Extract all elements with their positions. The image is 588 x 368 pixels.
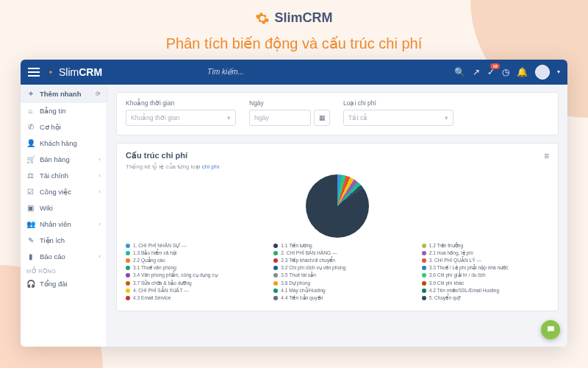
svg-point-0 <box>49 71 52 74</box>
pie-chart <box>306 174 369 238</box>
legend-item: 3.9 Chi phí khác <box>422 280 549 287</box>
legend-item: 4.2 Tên miền/SSL/Email Hosting <box>422 287 549 294</box>
app-brand: SlimCRM <box>46 66 102 78</box>
date-range-select[interactable]: Khoảng thời gian▾ <box>126 110 236 126</box>
sidebar-item[interactable]: ☑Công việc‹ <box>21 184 107 200</box>
sidebar-icon: ⌂ <box>26 107 35 115</box>
sidebar: ＋Thêm nhanh⟳⌂Bảng tin✆Cơ hội👤Khách hàng🛒… <box>21 85 107 347</box>
sidebar-item[interactable]: ＋Thêm nhanh⟳ <box>21 85 107 103</box>
avatar[interactable] <box>535 65 550 79</box>
legend-item: 3.2 Chi phí dịch vụ văn phòng <box>273 264 401 272</box>
sidebar-icon: 🎧 <box>26 280 35 288</box>
sidebar-icon: 🛒 <box>26 155 35 163</box>
sidebar-item-label: Tiện ích <box>40 236 65 244</box>
sidebar-item[interactable]: 👤Khách hàng <box>21 135 107 152</box>
sidebar-icon: 👤 <box>26 139 35 147</box>
legend-item: 3.7 Sửa chữa & bảo dưỡng <box>126 280 253 287</box>
sidebar-item[interactable]: ▣Wiki <box>21 200 107 216</box>
legend-item: 5. Chuyển quỹ <box>422 294 549 302</box>
chevron-icon: ‹ <box>98 156 101 163</box>
sidebar-item-label: Tổng đài <box>40 280 68 288</box>
gear-icon <box>46 67 56 77</box>
sidebar-item[interactable]: ▮Báo cáo‹ <box>21 249 107 265</box>
page-subtitle: Phân tích biến động và cấu trúc chi phí <box>0 35 588 52</box>
sidebar-icon: ▮ <box>26 252 35 261</box>
share-icon[interactable]: ↗ <box>473 67 480 77</box>
sidebar-item[interactable]: ⚖Tài chính‹ <box>21 168 107 184</box>
legend-item: 1.2 Tiền thưởng <box>422 242 549 250</box>
filter-label: Ngày <box>249 99 330 107</box>
search-icon[interactable]: 🔍 <box>454 67 465 77</box>
legend-item: 4. CHI PHÍ SẢN XUẤT --- <box>126 287 253 294</box>
calendar-icon[interactable]: ▦ <box>314 110 330 126</box>
search-placeholder[interactable]: Tìm kiếm... <box>207 68 244 76</box>
sidebar-icon: ＋ <box>26 88 35 99</box>
sidebar-item[interactable]: ✎Tiện ích <box>21 233 107 249</box>
gear-icon <box>255 11 270 26</box>
legend-item: 3.3 Thuế / Lệ phí phải nộp nhà nước <box>422 264 549 272</box>
sidebar-item-label: Nhân viên <box>40 220 71 228</box>
legend-item: 3. CHI PHÍ QUẢN LÝ --- <box>422 257 549 264</box>
sidebar-item-label: Tài chính <box>40 171 68 180</box>
chat-fab[interactable] <box>541 320 560 339</box>
chevron-icon: ‹ <box>98 188 101 195</box>
chart-legend: 1. CHI PHÍ NHÂN SỰ ---1.3 Bảo hiểm xã hộ… <box>126 242 549 302</box>
legend-item: 1.1 Tiền lương <box>273 242 401 250</box>
chevron-icon: ‹ <box>98 221 101 227</box>
chart-title: Cấu trúc chi phí <box>126 151 187 160</box>
sidebar-item-label: Khách hàng <box>40 139 77 147</box>
chevron-down-icon[interactable]: ▾ <box>557 68 560 75</box>
sidebar-item-label: Báo cáo <box>40 252 65 261</box>
chart-subtitle-link[interactable]: chi phí <box>202 163 220 170</box>
sidebar-item-label: Bán hàng <box>40 155 70 163</box>
legend-item: 2.2 Quảng cáo <box>126 257 253 264</box>
app-frame: SlimCRM Tìm kiếm... 🔍 ↗ ✓18 ◷ 🔔 ▾ ＋Thêm … <box>21 60 567 347</box>
legend-item: 4.3 Email Service <box>126 294 253 302</box>
cost-type-select[interactable]: Tất cả▾ <box>343 110 453 126</box>
legend-item: 3.1 Thuế văn phòng <box>126 264 253 272</box>
top-bar: SlimCRM Tìm kiếm... 🔍 ↗ ✓18 ◷ 🔔 ▾ <box>21 60 567 85</box>
filter-card: Khoảng thời gian Khoảng thời gian▾ Ngày … <box>116 92 559 135</box>
legend-item: 2.1 Hoa hồng, lệ phí <box>422 250 549 257</box>
tasks-icon[interactable]: ✓18 <box>487 67 495 77</box>
sidebar-icon: ✎ <box>26 236 35 244</box>
sidebar-item[interactable]: ⌂Bảng tin <box>21 103 107 119</box>
legend-item: 2.3 Tiếp khách/di chuyển <box>273 257 401 264</box>
day-select[interactable]: Ngày <box>249 110 311 126</box>
chevron-icon: ⟳ <box>96 91 101 97</box>
sidebar-section: MỞ RỘNG <box>21 265 107 276</box>
legend-item: 2. CHI PHÍ BÁN HÀNG --- <box>273 250 401 257</box>
filter-label: Khoảng thời gian <box>126 99 236 107</box>
main-content: Khoảng thời gian Khoảng thời gian▾ Ngày … <box>107 85 567 347</box>
chart-subtitle: Thống kê tỷ lệ của từng loại chi phí <box>126 163 549 170</box>
sidebar-icon: ⚖ <box>26 171 35 180</box>
sidebar-icon: ✆ <box>26 123 35 131</box>
sidebar-item[interactable]: ✆Cơ hội <box>21 119 107 135</box>
sidebar-item[interactable]: 🛒Bán hàng‹ <box>21 152 107 168</box>
chat-icon <box>546 325 556 334</box>
sidebar-item-label: Cơ hội <box>40 123 61 131</box>
sidebar-item-label: Công việc <box>40 188 71 196</box>
filter-label: Loại chi phí <box>343 99 453 107</box>
legend-item: 4.4 Tiền bản quyền <box>273 294 401 302</box>
chevron-icon: ‹ <box>98 253 101 260</box>
legend-item: 3.8 Dự phòng <box>273 280 401 287</box>
sidebar-item-label: Thêm nhanh <box>40 90 81 98</box>
chart-menu-icon[interactable]: ≡ <box>544 151 549 161</box>
sidebar-icon: ▣ <box>26 204 35 212</box>
legend-item: 3.6 Chi phí giải trí / du lịch <box>422 272 549 279</box>
sidebar-item-label: Bảng tin <box>40 107 66 115</box>
sidebar-item[interactable]: 🎧Tổng đài <box>21 276 107 292</box>
sidebar-item-label: Wiki <box>40 204 53 212</box>
legend-item: 1.3 Bảo hiểm xã hội <box>126 250 253 257</box>
chevron-icon: ‹ <box>98 172 101 179</box>
clock-icon[interactable]: ◷ <box>502 67 509 77</box>
legend-item: 3.5 Thuê tài sản <box>273 272 401 279</box>
chart-card: Cấu trúc chi phí ≡ Thống kê tỷ lệ của từ… <box>116 143 559 312</box>
legend-item: 4.1 Máy chủ/Hosting <box>273 287 401 294</box>
bell-icon[interactable]: 🔔 <box>517 67 528 77</box>
menu-icon[interactable] <box>28 68 40 77</box>
legend-item: 1. CHI PHÍ NHÂN SỰ --- <box>126 242 253 250</box>
sidebar-item[interactable]: 👥Nhân viên‹ <box>21 216 107 233</box>
badge-count: 18 <box>490 63 500 69</box>
